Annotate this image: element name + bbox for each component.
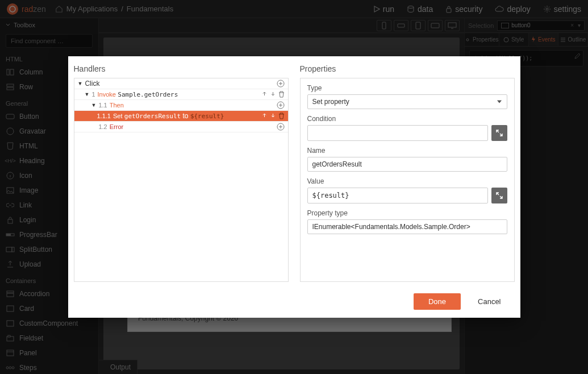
value-expand-button[interactable]: [491, 188, 507, 203]
move-down-icon[interactable]: [270, 91, 276, 97]
modal-overlay: Handlers ▼ Click ▼ 1 Invoke S: [0, 0, 588, 374]
properties-title: Properties: [300, 64, 515, 73]
condition-label: Condition: [307, 115, 507, 123]
move-up-icon[interactable]: [261, 91, 268, 97]
add-handler-icon[interactable]: [277, 80, 285, 88]
properties-panel: Properties Type Set property Condition N…: [294, 56, 520, 288]
value-label: Value: [307, 177, 507, 185]
ptype-label: Property type: [307, 209, 507, 217]
handler-row-set-selected[interactable]: 1.1.1 Set getOrdersResult to ${result}: [74, 111, 288, 122]
move-down-icon[interactable]: [270, 113, 276, 119]
handler-row-error[interactable]: ▼ 1.2 Error: [74, 122, 288, 132]
value-input[interactable]: [307, 188, 488, 203]
done-button[interactable]: Done: [414, 293, 461, 310]
properties-form: Type Set property Condition Name Value: [300, 78, 515, 282]
expand-icon: [495, 192, 503, 200]
handler-row-then[interactable]: ▼ 1.1 Then: [74, 100, 288, 111]
handler-row-click[interactable]: ▼ Click: [74, 78, 288, 89]
trash-icon[interactable]: [278, 113, 285, 119]
caret-down-icon: ▼: [91, 102, 97, 108]
condition-input[interactable]: [307, 125, 488, 141]
expand-icon: [495, 129, 503, 137]
condition-expand-button[interactable]: [491, 125, 507, 141]
handlers-panel: Handlers ▼ Click ▼ 1 Invoke S: [68, 56, 294, 288]
name-input[interactable]: [307, 157, 507, 172]
type-label: Type: [307, 84, 507, 92]
name-label: Name: [307, 147, 507, 155]
add-handler-icon[interactable]: [277, 123, 285, 131]
caret-down-icon: ▼: [85, 92, 90, 97]
handlers-tree: ▼ Click ▼ 1 Invoke Sample.getOrders: [74, 78, 289, 282]
handlers-dialog: Handlers ▼ Click ▼ 1 Invoke S: [68, 56, 520, 318]
cancel-button[interactable]: Cancel: [466, 293, 512, 310]
trash-icon[interactable]: [278, 91, 285, 98]
move-up-icon[interactable]: [261, 113, 268, 119]
caret-down-icon: ▼: [78, 81, 83, 86]
modal-footer: Done Cancel: [68, 288, 520, 318]
handler-row-invoke[interactable]: ▼ 1 Invoke Sample.getOrders: [74, 89, 288, 100]
ptype-input[interactable]: [307, 219, 507, 234]
add-handler-icon[interactable]: [277, 101, 285, 109]
handlers-title: Handlers: [74, 64, 289, 73]
type-select[interactable]: Set property: [307, 94, 507, 109]
